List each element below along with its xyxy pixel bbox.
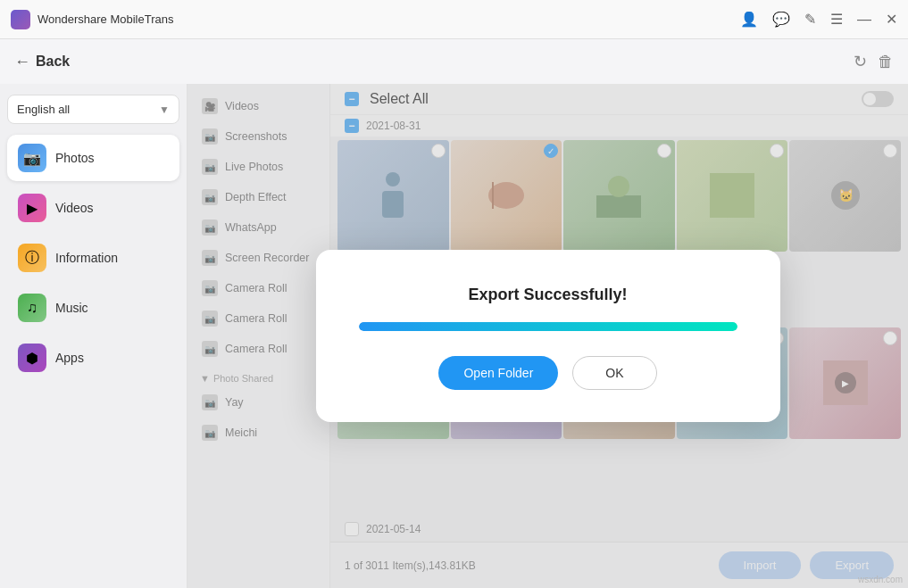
sidebar-label-photos: Photos [55,151,95,165]
apps-icon: ⬢ [18,344,46,372]
back-label: Back [36,54,70,70]
language-dropdown[interactable]: English all ▼ [7,95,179,124]
app-container: ← Back ↻ 🗑 English all ▼ 📷 Photos ▶ Vide… [0,39,908,588]
top-bar: ← Back ↻ 🗑 [0,39,908,84]
ok-button[interactable]: OK [572,356,656,390]
information-icon: ⓘ [18,244,46,272]
sidebar-item-videos[interactable]: ▶ Videos [7,185,179,231]
window-controls: 👤 💬 ✎ ☰ — ✕ [740,11,897,28]
videos-icon: ▶ [18,194,46,222]
minimize-icon[interactable]: — [857,12,871,28]
back-arrow-icon: ← [14,53,30,71]
sidebar-item-photos[interactable]: 📷 Photos [7,135,179,181]
close-icon[interactable]: ✕ [886,11,897,28]
delete-icon[interactable]: 🗑 [878,53,894,71]
edit-icon[interactable]: ✎ [804,11,816,28]
progress-bar-container [359,322,737,331]
dropdown-arrow-icon: ▼ [159,104,170,116]
dialog-buttons: Open Folder OK [438,356,656,390]
sidebar-label-apps: Apps [55,351,84,365]
progress-bar-fill [359,322,737,331]
app-title: Wondershare MobileTrans [37,12,740,26]
dialog-title: Export Successfully! [468,286,627,304]
top-bar-actions: ↻ 🗑 [854,52,894,71]
chat-icon[interactable]: 💬 [772,11,790,28]
sidebar-item-information[interactable]: ⓘ Information [7,235,179,281]
sidebar-item-apps[interactable]: ⬢ Apps [7,335,179,381]
music-icon: ♫ [18,294,46,322]
title-bar: Wondershare MobileTrans 👤 💬 ✎ ☰ — ✕ [0,0,908,39]
open-folder-button[interactable]: Open Folder [438,356,558,390]
refresh-icon[interactable]: ↻ [854,52,867,71]
content-area: English all ▼ 📷 Photos ▶ Videos ⓘ Inform… [0,84,908,588]
modal-overlay: Export Successfully! Open Folder OK [187,84,908,588]
sidebar-item-music[interactable]: ♫ Music [7,285,179,331]
sidebar-label-music: Music [55,301,88,315]
back-button[interactable]: ← Back [14,53,70,71]
sidebar: English all ▼ 📷 Photos ▶ Videos ⓘ Inform… [0,84,187,588]
main-content: 🎥 Videos 📷 Screenshots 📷 Live Photos 📷 D… [187,84,908,588]
dropdown-label: English all [17,103,70,116]
photos-icon: 📷 [18,144,46,172]
profile-icon[interactable]: 👤 [740,11,758,28]
app-logo [11,10,30,29]
sidebar-label-videos: Videos [55,201,94,215]
sidebar-label-information: Information [55,251,118,265]
menu-icon[interactable]: ☰ [830,11,843,28]
export-success-dialog: Export Successfully! Open Folder OK [316,250,780,422]
